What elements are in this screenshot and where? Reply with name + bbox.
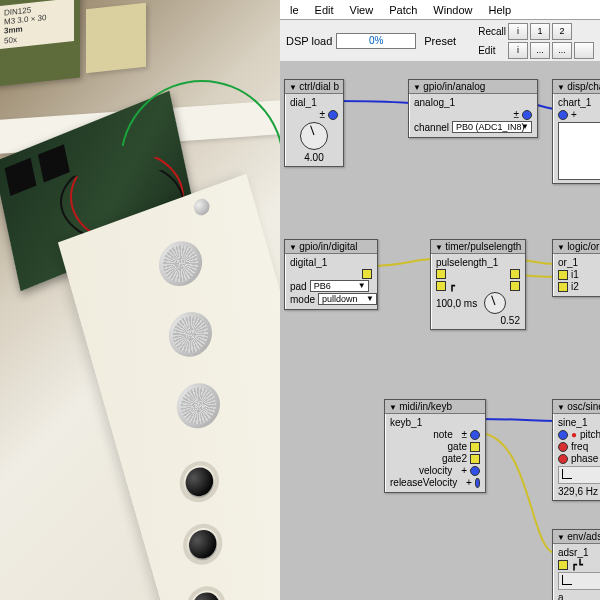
node-digital-in[interactable]: gpio/in/digital digital_1 padPB6 modepul… <box>284 239 378 310</box>
node-name: pulselength_1 <box>436 257 520 268</box>
menu-item[interactable]: Patch <box>381 2 425 18</box>
recall-button[interactable]: 1 <box>530 23 550 40</box>
edit-button[interactable]: ... <box>552 42 572 59</box>
outlet-port[interactable] <box>328 110 338 120</box>
pulse-time: 100,0 ms <box>436 298 477 309</box>
box-sticker: DIN125 M3 3.0 × 30 3mm 50x <box>0 0 74 49</box>
menu-item[interactable]: le <box>282 2 307 18</box>
node-name: adsr_1 <box>558 547 600 558</box>
inlet-port[interactable] <box>558 560 568 570</box>
outlet-port[interactable] <box>470 454 480 464</box>
dsp-load: DSP load 0% <box>286 33 416 49</box>
outlet-port[interactable] <box>475 478 480 488</box>
push-button <box>186 526 220 563</box>
inlet-label: freq <box>571 441 588 452</box>
node-chart[interactable]: disp/chart p chart_1 + <box>552 79 600 184</box>
node-dial[interactable]: ctrl/dial b dial_1 ± 4.00 <box>284 79 344 167</box>
node-or[interactable]: logic/or 2 or_1 i1 i2 <box>552 239 600 297</box>
recall-label: Recall <box>478 25 506 38</box>
node-header[interactable]: env/adsr <box>553 530 600 544</box>
channel-select[interactable]: PB0 (ADC1_IN8) <box>452 121 532 133</box>
knob <box>164 306 218 363</box>
outlet-label: gate <box>448 441 467 452</box>
node-name: chart_1 <box>558 97 600 108</box>
node-header[interactable]: gpio/in/analog <box>409 80 537 94</box>
node-name: digital_1 <box>290 257 372 268</box>
outlet-label: releaseVelocity <box>390 477 457 488</box>
menu-item[interactable]: Help <box>480 2 519 18</box>
inlet-label: pitch <box>580 429 600 440</box>
preset-label: Preset <box>424 35 456 47</box>
inlet-label: + <box>571 109 577 120</box>
menu-item[interactable]: View <box>342 2 382 18</box>
param-label: pad <box>290 281 307 292</box>
hardware-photo: DIN125 M3 3.0 × 30 3mm 50x <box>0 0 280 600</box>
node-name: dial_1 <box>290 97 338 108</box>
node-name: sine_1 <box>558 417 600 428</box>
node-header[interactable]: logic/or 2 <box>553 240 600 254</box>
bolt <box>192 197 211 218</box>
outlet-label: gate2 <box>442 453 467 464</box>
outlet-port[interactable] <box>362 269 372 279</box>
inlet-port[interactable] <box>558 454 568 464</box>
inlet-port[interactable] <box>558 282 568 292</box>
chart-display <box>558 122 600 180</box>
edit-button[interactable]: i <box>508 42 528 59</box>
wave-icon: ┏ <box>449 280 455 291</box>
led-icon: ● <box>571 429 577 440</box>
inlet-port[interactable] <box>558 430 568 440</box>
node-name: or_1 <box>558 257 600 268</box>
outlet-port[interactable] <box>470 430 480 440</box>
recall-button[interactable]: i <box>508 23 528 40</box>
outlet-port[interactable] <box>522 110 532 120</box>
dsp-meter: 0% <box>336 33 416 49</box>
waveform-display <box>558 466 600 484</box>
node-name: analog_1 <box>414 97 532 108</box>
node-osc-sine[interactable]: osc/sine sine_1 ●pitch freq phase 329,6 … <box>552 399 600 501</box>
outlet-port[interactable] <box>510 281 520 291</box>
knob <box>172 377 226 434</box>
node-header[interactable]: gpio/in/digital <box>285 240 377 254</box>
recall-button[interactable]: 2 <box>552 23 572 40</box>
outlet-port[interactable] <box>470 466 480 476</box>
edit-button[interactable] <box>574 42 594 59</box>
outlet-label: ± <box>320 109 326 120</box>
node-adsr[interactable]: env/adsr adsr_1 ┏┗ a 97,08 ms <box>552 529 600 600</box>
inlet-label: phase <box>571 453 598 464</box>
node-header[interactable]: disp/chart p <box>553 80 600 94</box>
menu-item[interactable]: Edit <box>307 2 342 18</box>
inlet-port[interactable] <box>558 270 568 280</box>
param-label: channel <box>414 122 449 133</box>
inlet-port[interactable] <box>436 281 446 291</box>
sticker-line: 3mm <box>4 25 23 36</box>
inlet-port[interactable] <box>558 442 568 452</box>
pulse-value: 0.52 <box>436 315 520 326</box>
inlet-port[interactable] <box>558 110 568 120</box>
outlet-port[interactable] <box>470 442 480 452</box>
node-header[interactable]: osc/sine <box>553 400 600 414</box>
patch-canvas[interactable]: ctrl/dial b dial_1 ± 4.00 gpio/in/analog… <box>280 61 600 600</box>
menu-item[interactable]: Window <box>425 2 480 18</box>
dial-control[interactable] <box>300 122 328 150</box>
edit-button[interactable]: ... <box>530 42 550 59</box>
node-header[interactable]: timer/pulselength <box>431 240 525 254</box>
dsp-label: DSP load <box>286 35 332 47</box>
mode-select[interactable]: pulldown <box>318 293 377 305</box>
parts-box: DIN125 M3 3.0 × 30 3mm 50x <box>0 0 80 87</box>
inlet-port[interactable] <box>436 269 446 279</box>
node-midi-keyb[interactable]: midi/in/keyb keyb_1 note ± gate gate2 ve… <box>384 399 486 493</box>
node-header[interactable]: midi/in/keyb <box>385 400 485 414</box>
patch-editor: le Edit View Patch Window Help DSP load … <box>280 0 600 600</box>
node-name: keyb_1 <box>390 417 480 428</box>
pad-select[interactable]: PB6 <box>310 280 369 292</box>
dial-control[interactable] <box>484 292 506 314</box>
outlet-port[interactable] <box>510 269 520 279</box>
preset-controls: Recall i 1 2 Edit i ... ... <box>478 23 594 59</box>
node-analog-in[interactable]: gpio/in/analog analog_1 ± channelPB0 (AD… <box>408 79 538 138</box>
inlet-label: i2 <box>571 281 579 292</box>
node-header[interactable]: ctrl/dial b <box>285 80 343 94</box>
outlet-label: velocity <box>419 465 452 476</box>
node-pulselength[interactable]: timer/pulselength pulselength_1 ┏ 100,0 … <box>430 239 526 330</box>
menubar: le Edit View Patch Window Help <box>280 0 600 20</box>
push-button <box>189 589 223 600</box>
